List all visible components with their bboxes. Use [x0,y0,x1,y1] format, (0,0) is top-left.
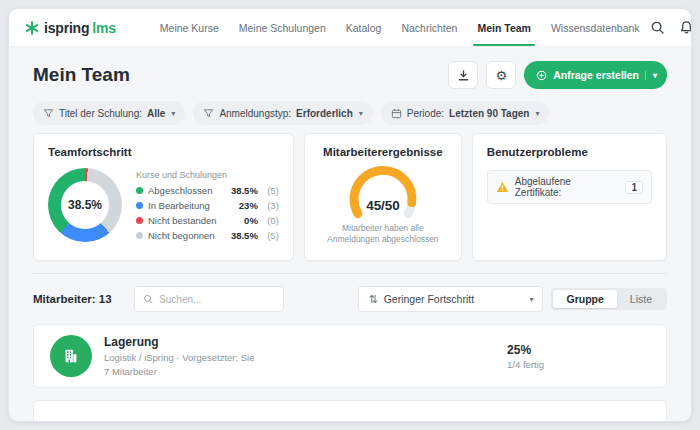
card-title: Mitarbeiterergebnisse [319,146,447,158]
sort-dropdown[interactable]: ⇅ Geringer Fortschritt ▾ [358,286,543,312]
warning-icon [496,181,509,193]
group-row-lagerung[interactable]: Lagerung Logistik / iSpring · Vorgesetzt… [33,324,667,388]
main-nav: Meine Kurse Meine Schulungen Katalog Nac… [150,9,650,46]
chevron-down-icon: ▾ [171,109,175,118]
nav-item-nachrichten[interactable]: Nachrichten [391,9,467,46]
nav-item-meine-kurse[interactable]: Meine Kurse [150,9,229,46]
legend-item: Abgeschlossen 38.5% (5) [136,185,279,196]
expired-certificates-chip[interactable]: Abgelaufene Zertifikate: 1 [487,170,652,204]
card-title: Benutzerprobleme [487,146,652,158]
chevron-down-icon: ▾ [359,109,363,118]
download-icon [457,69,470,82]
search-icon [143,293,154,305]
filter-label: Titel der Schulung: [59,108,142,119]
download-button[interactable] [448,61,478,89]
warning-count-badge: 1 [625,181,643,194]
filter-course-title[interactable]: Titel der Schulung: Alle ▾ [33,101,185,125]
gauge-value: 45/50 [366,198,400,213]
brand-logo[interactable]: ispringlms [25,9,116,46]
group-avatar [50,335,92,377]
group-info: Lagerung Logistik / iSpring · Vorgesetzt… [104,335,255,377]
group-name: Lagerung [104,335,255,349]
legend-title: Kurse und Schulungen [136,170,279,180]
filters-row: Titel der Schulung: Alle ▾ Anmeldungstyp… [33,101,667,125]
sort-arrows-icon: ⇅ [368,293,377,306]
gear-icon: ⚙ [495,68,507,83]
funnel-icon [203,108,214,119]
nav-item-katalog[interactable]: Katalog [336,9,392,46]
filter-enrollment-type[interactable]: Anmeldungstyp: Erforderlich ▾ [193,101,372,125]
filter-label: Anmeldungstyp: [219,108,291,119]
nav-item-wissensdatenbank[interactable]: Wissensdatenbank [541,9,650,46]
filter-value: Alle [147,108,165,119]
filter-value: Erforderlich [296,108,353,119]
search-box [134,286,284,312]
view-toggle-group[interactable]: Gruppe [553,290,616,308]
top-navbar: ispringlms Meine Kurse Meine Schulungen … [9,9,691,47]
user-issues-card: Benutzerprobleme Abgelaufene Zertifikate… [472,133,667,261]
employee-results-card: Mitarbeiterergebnisse 45/50 Mitarbeiter … [304,133,462,261]
completed-dot-icon [136,187,143,194]
team-progress-card: Teamfortschritt 38.5% Kurse und Schulung… [33,133,294,261]
group-progress-caption: 1/4 fertig [507,359,544,370]
page-title: Mein Team [33,64,130,86]
not-started-dot-icon [136,232,143,239]
brand-name: ispringlms [44,20,116,36]
group-progress-value: 25% [507,343,544,357]
gauge-caption: Mitarbeiter haben alle Anmeldungen abges… [319,223,447,246]
employees-toolbar: Mitarbeiter: 13 ⇅ Geringer Fortschritt ▾… [33,286,667,312]
group-employees: 7 Mitarbeiter [104,366,255,377]
legend-item: Nicht begonnen 38.5% (5) [136,230,279,241]
filter-value: Letzten 90 Tagen [449,108,529,119]
donut-center-value: 38.5% [68,198,102,212]
filter-period[interactable]: Periode: Letzten 90 Tagen ▾ [381,101,550,125]
search-icon[interactable] [650,20,665,35]
summary-cards: Teamfortschritt 38.5% Kurse und Schulung… [33,133,667,261]
app-window: ispringlms Meine Kurse Meine Schulungen … [8,8,692,422]
next-group-row-partial[interactable] [33,400,667,422]
card-title: Teamfortschritt [48,146,279,158]
nav-item-mein-team[interactable]: Mein Team [467,9,540,46]
group-progress: 25% 1/4 fertig [507,343,544,370]
notifications-bell-icon[interactable] [679,20,692,35]
building-icon [62,347,80,365]
chevron-down-icon: ▾ [645,71,657,80]
page-content: Mein Team ⚙ Anfrage erstellen ▾ [9,61,691,422]
create-request-button[interactable]: Anfrage erstellen ▾ [524,61,667,89]
employee-results-gauge-chart: 45/50 [319,162,447,222]
group-meta: Logistik / iSpring · Vorgesetzter: Sie [104,352,255,363]
settings-button[interactable]: ⚙ [486,61,516,89]
legend-item: Nicht bestanden 0% (0) [136,215,279,226]
section-divider [33,273,667,274]
navbar-right [650,9,692,46]
search-input[interactable] [159,294,275,305]
ispring-logo-icon [25,21,39,35]
chevron-down-icon: ▾ [535,109,539,118]
sort-value: Geringer Fortschritt [384,293,524,305]
employees-count-label: Mitarbeiter: 13 [33,293,112,305]
legend-item: In Bearbeitung 23% (3) [136,200,279,211]
in-progress-dot-icon [136,202,143,209]
filter-label: Periode: [407,108,444,119]
create-request-label: Anfrage erstellen [553,69,639,81]
funnel-icon [43,108,54,119]
nav-item-meine-schulungen[interactable]: Meine Schulungen [229,9,336,46]
chevron-down-icon: ▾ [529,295,533,304]
view-toggle: Gruppe Liste [551,288,667,310]
plus-circle-icon [536,70,547,81]
failed-dot-icon [136,217,143,224]
view-toggle-list[interactable]: Liste [617,290,665,308]
team-progress-donut-chart: 38.5% [48,168,122,242]
donut-legend: Kurse und Schulungen Abgeschlossen 38.5%… [136,170,279,241]
warning-label: Abgelaufene Zertifikate: [515,176,620,198]
calendar-icon [391,108,402,119]
